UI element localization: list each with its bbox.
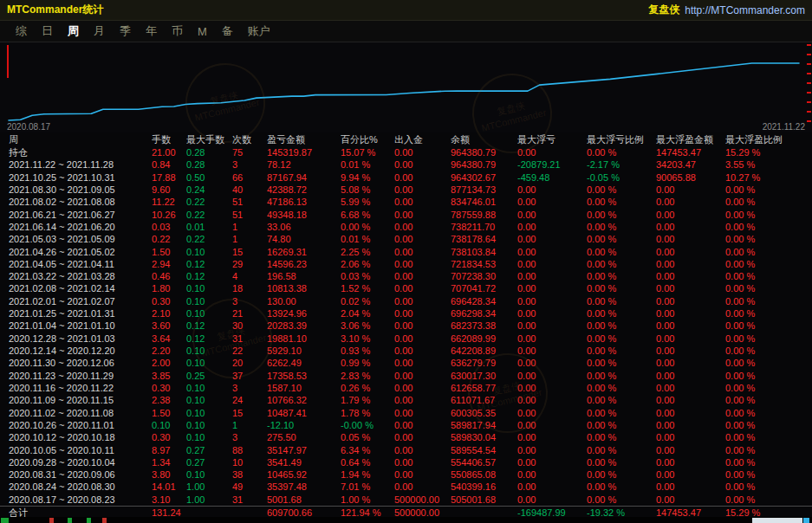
period-cell: 2020.08.24 ~ 2020.08.30 [9, 481, 152, 493]
table-row[interactable]: 2021.01.25 ~ 2021.01.312.100.102113924.9… [0, 307, 812, 320]
period-cell: 2020.12.14 ~ 2020.12.20 [9, 345, 152, 357]
value-cell: 0.00 % [587, 468, 656, 481]
value-cell: 10766.32 [267, 394, 341, 406]
menu-item-日[interactable]: 日 [42, 23, 53, 39]
value-cell: 0.00 % [725, 431, 812, 443]
value-cell: 3 [232, 382, 267, 394]
table-row[interactable]: 2020.08.31 ~ 2020.09.063.800.103810465.9… [0, 468, 812, 481]
value-cell: 0.00 [656, 246, 725, 258]
value-cell: 19881.10 [267, 333, 341, 345]
value-cell: 0.01 % [341, 233, 394, 245]
value-cell: 1.00 [186, 481, 232, 493]
value-cell: 3.85 [152, 370, 186, 382]
header-cell: 盈亏金额 [267, 132, 341, 146]
period-cell: 2021.06.21 ~ 2021.06.27 [9, 209, 152, 221]
table-row[interactable]: 2021.01.04 ~ 2021.01.103.600.123020283.3… [0, 320, 812, 332]
period-cell: 2021.10.25 ~ 2021.10.31 [9, 171, 152, 184]
value-cell: 0.64 % [341, 456, 394, 468]
chart-end-date: 2021.11.22 [763, 122, 805, 132]
value-cell: 0.00 [517, 431, 587, 443]
table-row[interactable]: 2021.04.26 ~ 2021.05.021.500.101516269.3… [0, 246, 812, 258]
table-row[interactable]: 2020.09.28 ~ 2020.10.041.340.27103541.49… [0, 456, 812, 468]
table-row[interactable]: 2021.08.02 ~ 2021.08.0811.220.225147186.… [0, 196, 812, 208]
value-cell: 877134.73 [451, 184, 517, 196]
value-cell: 0.00 [394, 481, 451, 493]
table-row[interactable]: 2021.06.14 ~ 2021.06.200.030.01133.060.0… [0, 221, 812, 233]
value-cell: 0.10 [186, 407, 232, 419]
menu-item-月[interactable]: 月 [94, 23, 105, 39]
value-cell: 964380.79 [451, 146, 517, 158]
value-cell: 0.00 [394, 345, 451, 357]
table-row[interactable]: 2021.10.25 ~ 2021.10.3117.880.506687167.… [0, 171, 812, 184]
menu-item-备[interactable]: 备 [222, 23, 233, 39]
table-row[interactable]: 2020.08.24 ~ 2020.08.3014.011.004935397.… [0, 481, 812, 493]
value-cell: 0.10 [186, 468, 232, 481]
value-cell: 18 [232, 282, 267, 294]
menu-item-M[interactable]: M [198, 25, 207, 38]
value-cell: 0.00 % [725, 246, 812, 258]
value-cell: 34203.47 [656, 158, 725, 171]
value-cell: 2.20 [152, 345, 186, 357]
fragment-white-block [752, 518, 802, 523]
table-row[interactable]: 2020.11.16 ~ 2020.11.220.300.1031587.100… [0, 382, 812, 394]
table-row[interactable]: 持仓21.000.2875145319.8715.07 %0.00964380.… [0, 146, 812, 158]
period-cell: 2021.04.05 ~ 2021.04.11 [9, 258, 152, 270]
value-cell: 0.00 % [725, 221, 812, 233]
value-cell: 0.22 [186, 196, 232, 208]
value-cell: 0.00 % [587, 221, 656, 233]
table-row[interactable]: 2020.10.26 ~ 2020.11.010.100.101-12.10-0… [0, 419, 812, 431]
value-cell: 4 [232, 270, 267, 282]
value-cell: 74.80 [267, 233, 341, 245]
value-cell: 0.00 % [725, 233, 812, 245]
background-window-fragment [0, 517, 812, 523]
table-row[interactable]: 2020.12.28 ~ 2021.01.033.640.123119881.1… [0, 333, 812, 345]
table-row[interactable]: 2020.11.09 ~ 2020.11.152.380.102410766.3… [0, 394, 812, 406]
menu-item-年[interactable]: 年 [146, 23, 157, 39]
value-cell: 0.00 % [587, 394, 656, 406]
brand-url-link[interactable]: http://MTCommander.com [685, 4, 805, 16]
value-cell: 37 [232, 370, 267, 382]
value-cell: 0.00 % [587, 419, 656, 431]
table-row[interactable]: 2020.10.12 ~ 2020.10.180.300.103275.500.… [0, 431, 812, 443]
table-row[interactable]: 2020.08.17 ~ 2020.08.233.101.00315001.68… [0, 494, 812, 506]
title-bar: MTCommander统计 复盘侠 http://MTCommander.com [0, 0, 812, 21]
value-cell: 0.22 [152, 233, 186, 245]
value-cell: 0.00 [394, 333, 451, 345]
value-cell: 196.58 [267, 270, 341, 282]
table-row[interactable]: 2021.03.22 ~ 2021.03.280.460.124196.580.… [0, 270, 812, 282]
value-cell: 0.00 [394, 468, 451, 481]
value-cell: 612658.77 [451, 382, 517, 394]
menu-item-周[interactable]: 周 [68, 23, 79, 39]
table-row[interactable]: 2021.02.08 ~ 2021.02.141.800.101810813.3… [0, 282, 812, 294]
fragment-green-block [87, 518, 91, 523]
value-cell: 0.00 [517, 456, 587, 468]
value-cell: 0.00 [394, 444, 451, 456]
table-row[interactable]: 2021.11.22 ~ 2021.11.280.840.28378.120.0… [0, 158, 812, 171]
table-row[interactable]: 2020.11.23 ~ 2020.11.293.850.253717358.5… [0, 370, 812, 382]
table-row[interactable]: 2021.04.05 ~ 2021.04.112.940.122914596.2… [0, 258, 812, 270]
value-cell: 589817.94 [451, 419, 517, 431]
value-cell: 10813.38 [267, 282, 341, 294]
value-cell: 0.03 % [341, 270, 394, 282]
table-row[interactable]: 2020.10.05 ~ 2020.10.118.970.278835147.9… [0, 444, 812, 456]
value-cell: 0.00 % [341, 221, 394, 233]
period-cell: 2021.01.04 ~ 2021.01.10 [9, 320, 152, 332]
value-cell: 3.80 [152, 468, 186, 481]
table-row[interactable]: 2020.11.02 ~ 2020.11.081.500.101510487.4… [0, 407, 812, 419]
value-cell: 0.00 [394, 209, 451, 221]
value-cell: 0.00 % [587, 295, 656, 307]
value-cell: 0.10 [186, 382, 232, 394]
table-row[interactable]: 2020.11.30 ~ 2020.12.062.000.10206262.49… [0, 357, 812, 369]
value-cell: 0.00 % [725, 456, 812, 468]
menu-item-综[interactable]: 综 [16, 23, 27, 39]
value-cell: 11.22 [152, 196, 186, 208]
menu-item-季[interactable]: 季 [120, 23, 131, 39]
table-row[interactable]: 2021.08.30 ~ 2021.09.059.600.244042388.7… [0, 184, 812, 196]
table-row[interactable]: 2021.05.03 ~ 2021.05.090.220.22174.800.0… [0, 233, 812, 245]
table-row[interactable]: 2021.06.21 ~ 2021.06.2710.260.225149348.… [0, 209, 812, 221]
menu-item-账户[interactable]: 账户 [248, 23, 270, 39]
table-row[interactable]: 2021.02.01 ~ 2021.02.070.300.103130.000.… [0, 295, 812, 307]
table-row[interactable]: 2020.12.14 ~ 2020.12.202.200.10225929.10… [0, 345, 812, 357]
period-cell: 2020.10.26 ~ 2020.11.01 [9, 419, 152, 431]
menu-item-币[interactable]: 币 [172, 23, 183, 39]
